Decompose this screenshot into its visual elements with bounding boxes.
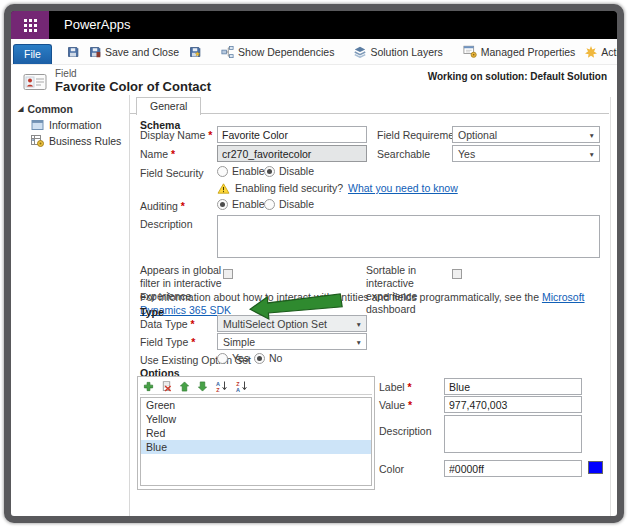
- data-type-label: Data Type: [140, 318, 195, 331]
- save-as-icon: [189, 46, 201, 58]
- dropdown-arrow-icon: ▼: [589, 151, 595, 158]
- sidebar-group-common[interactable]: ◢ Common: [11, 103, 129, 115]
- field-type-select[interactable]: Simple ▼: [217, 333, 367, 350]
- sdk-sentence: For information about how to interact wi…: [140, 291, 539, 303]
- option-value-input[interactable]: [444, 396, 582, 413]
- app-launcher-icon: [24, 19, 37, 32]
- svg-text:Z: Z: [216, 386, 220, 391]
- sidebar-item-information[interactable]: Information: [11, 119, 129, 131]
- actions-button[interactable]: Actions ▾: [585, 46, 624, 58]
- save-and-close-button[interactable]: Save and Close: [89, 46, 179, 58]
- warning-text: Enabling field security?: [235, 182, 343, 194]
- sort-ascending-button[interactable]: AZ: [215, 381, 228, 392]
- option-list-item[interactable]: Blue: [141, 440, 371, 454]
- sort-descending-button[interactable]: ZA: [235, 381, 248, 392]
- file-button[interactable]: File: [13, 44, 52, 64]
- searchable-label: Searchable: [377, 148, 430, 161]
- option-color-label: Color: [379, 463, 404, 476]
- option-color-input[interactable]: [444, 460, 582, 477]
- solution-layers-label: Solution Layers: [370, 46, 442, 58]
- move-down-icon: [197, 381, 208, 392]
- sort-descending-icon: ZA: [235, 381, 248, 392]
- radio-icon: [217, 166, 228, 177]
- editor-window: PowerApps File Save and Close Show Depen…: [4, 4, 624, 523]
- security-info-link[interactable]: What you need to know: [348, 182, 458, 194]
- option-value-label: Value: [379, 399, 412, 412]
- selected-value: MultiSelect Option Set: [223, 318, 327, 330]
- working-on-solution-label: Working on solution: Default Solution: [428, 68, 607, 95]
- searchable-select[interactable]: Yes ▼: [452, 145, 600, 162]
- dropdown-arrow-icon: ▼: [356, 321, 362, 328]
- save-button[interactable]: [67, 46, 79, 58]
- auditing-enable-radio[interactable]: Enable: [217, 198, 265, 210]
- display-name-input[interactable]: [217, 126, 367, 143]
- tab-general[interactable]: General: [136, 97, 201, 115]
- data-type-select[interactable]: MultiSelect Option Set ▼: [217, 315, 367, 332]
- command-bar: File Save and Close Show Dependencies So…: [11, 39, 617, 65]
- field-requirement-select[interactable]: Optional ▼: [452, 126, 600, 143]
- option-list-item[interactable]: Yellow: [141, 412, 371, 426]
- record-titles: Field Favorite Color of Contact: [55, 68, 211, 95]
- option-description-textarea[interactable]: [444, 415, 582, 453]
- auditing-label: Auditing: [140, 200, 185, 213]
- type-section-title: Type: [140, 306, 164, 318]
- color-swatch: [588, 461, 603, 474]
- radio-label: Yes: [232, 352, 249, 364]
- managed-properties-label: Managed Properties: [481, 46, 576, 58]
- radio-icon: [217, 199, 228, 210]
- field-security-warning: Enabling field security? What you need t…: [217, 182, 458, 194]
- move-down-button[interactable]: [197, 381, 208, 392]
- radio-icon: [217, 353, 228, 364]
- actions-label: Actions: [601, 46, 624, 58]
- auditing-disable-radio[interactable]: Disable: [264, 198, 314, 210]
- save-and-close-label: Save and Close: [105, 46, 179, 58]
- show-dependencies-button[interactable]: Show Dependencies: [221, 46, 334, 58]
- radio-label: Disable: [279, 165, 314, 177]
- sortable-checkbox[interactable]: [452, 269, 462, 279]
- move-up-button[interactable]: [179, 381, 190, 392]
- display-name-label: Display Name: [140, 129, 212, 142]
- managed-properties-button[interactable]: Managed Properties: [463, 45, 576, 58]
- delete-icon: [161, 381, 172, 392]
- description-textarea[interactable]: [217, 215, 600, 258]
- dropdown-arrow-icon: ▼: [589, 132, 595, 139]
- form-content: General Schema Display Name Field Requir…: [130, 95, 617, 523]
- name-input: [217, 145, 367, 162]
- field-security-enable-radio[interactable]: Enable: [217, 165, 265, 177]
- field-security-disable-radio[interactable]: Disable: [264, 165, 314, 177]
- solution-layers-button[interactable]: Solution Layers: [354, 46, 442, 58]
- radio-icon: [264, 199, 275, 210]
- options-toolbar: AZ ZA: [140, 379, 372, 395]
- use-existing-yes-radio[interactable]: Yes: [217, 352, 249, 364]
- add-option-button[interactable]: [143, 381, 154, 392]
- radio-icon: [264, 166, 275, 177]
- delete-option-button[interactable]: [161, 381, 172, 392]
- record-type-label: Field: [55, 68, 211, 79]
- navigation-sidebar: ◢ Common Information Business Rules: [11, 95, 130, 523]
- save-as-button[interactable]: [189, 46, 201, 58]
- use-existing-no-radio[interactable]: No: [254, 352, 282, 364]
- selected-value: Yes: [458, 148, 475, 160]
- sidebar-item-label: Information: [49, 119, 102, 131]
- option-list-item[interactable]: Green: [141, 398, 371, 412]
- app-launcher-button[interactable]: [11, 11, 49, 39]
- group-expanded-icon: ◢: [18, 105, 23, 113]
- managed-properties-icon: [463, 45, 477, 58]
- business-rules-icon: [31, 135, 44, 147]
- warning-icon: [217, 183, 230, 194]
- option-label-input[interactable]: [444, 378, 582, 395]
- show-dependencies-icon: [221, 46, 234, 58]
- tab-strip: [130, 96, 609, 114]
- sidebar-group-label: Common: [27, 103, 73, 115]
- information-icon: [31, 119, 44, 131]
- app-title: PowerApps: [64, 11, 130, 39]
- move-up-icon: [179, 381, 190, 392]
- option-label-label: Label: [379, 381, 412, 394]
- sidebar-item-business-rules[interactable]: Business Rules: [11, 135, 129, 147]
- record-header: Field Favorite Color of Contact Working …: [11, 65, 617, 95]
- name-label: Name: [140, 148, 175, 161]
- field-type-label: Field Type: [140, 336, 195, 349]
- global-filter-checkbox[interactable]: [223, 269, 233, 279]
- option-list-item[interactable]: Red: [141, 426, 371, 440]
- sidebar-item-label: Business Rules: [49, 135, 121, 147]
